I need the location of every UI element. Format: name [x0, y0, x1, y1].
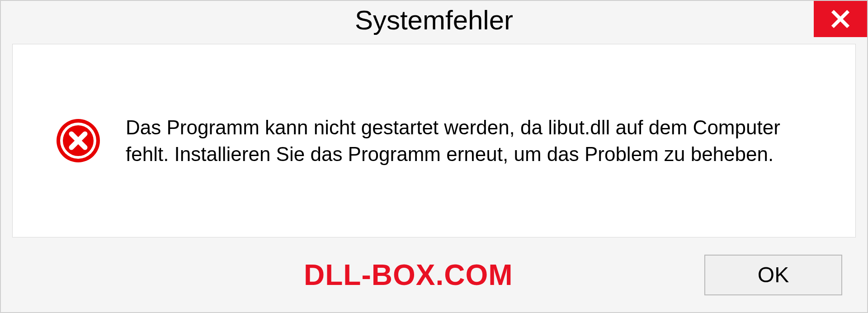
titlebar: Systemfehler: [1, 1, 867, 44]
content-area: Das Programm kann nicht gestartet werden…: [1, 44, 867, 312]
close-icon: [830, 9, 850, 29]
error-message: Das Programm kann nicht gestartet werden…: [126, 114, 815, 168]
ok-button[interactable]: OK: [704, 255, 842, 295]
button-bar: DLL-BOX.COM OK: [12, 237, 856, 312]
error-dialog: Systemfehler Das Programm kann nicht ges…: [0, 0, 868, 313]
watermark-text: DLL-BOX.COM: [304, 258, 513, 292]
close-button[interactable]: [814, 1, 867, 37]
ok-button-label: OK: [758, 262, 789, 287]
message-panel: Das Programm kann nicht gestartet werden…: [12, 44, 856, 237]
dialog-title: Systemfehler: [355, 5, 513, 36]
error-icon: [56, 118, 101, 163]
